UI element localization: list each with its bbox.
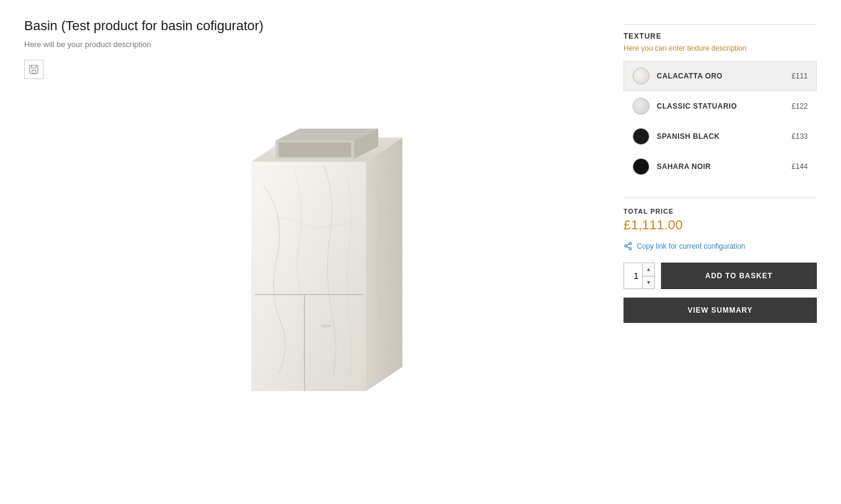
texture-name-spanish-black: SPANISH BLACK — [657, 132, 720, 141]
svg-point-12 — [629, 242, 631, 244]
texture-options-list: CALACATTA ORO £111 CLASSIC STATUARIO £12… — [624, 61, 817, 182]
texture-option-left-calacatta: CALACATTA ORO — [633, 68, 723, 85]
texture-section-label: TEXTURE — [624, 24, 817, 40]
save-button[interactable] — [24, 60, 44, 79]
quantity-down-button[interactable]: ▼ — [643, 276, 654, 289]
svg-marker-2 — [251, 162, 366, 391]
svg-rect-1 — [32, 71, 36, 74]
swatch-sahara-noir — [633, 158, 649, 175]
save-icon — [28, 64, 39, 75]
svg-point-13 — [625, 245, 627, 247]
texture-option-sahara-noir[interactable]: SAHARA NOIR £144 — [624, 152, 817, 182]
svg-point-14 — [629, 247, 631, 250]
quantity-input[interactable] — [624, 263, 643, 289]
texture-name-sahara-noir: SAHARA NOIR — [657, 162, 711, 171]
texture-option-spanish-black[interactable]: SPANISH BLACK £133 — [624, 121, 817, 152]
copy-link-button[interactable]: Copy link for current configuration — [624, 241, 817, 250]
svg-rect-11 — [321, 325, 332, 327]
texture-name-calacatta: CALACATTA ORO — [657, 72, 723, 80]
total-price-value: £1,111.00 — [624, 217, 817, 233]
product-title: Basin (Test product for basin cofigurato… — [24, 18, 599, 34]
basin-image — [215, 95, 408, 409]
left-panel: Basin (Test product for basin cofigurato… — [24, 18, 599, 418]
texture-section-desc: Here you can enter texture description — [624, 44, 817, 53]
texture-option-left-spanish-black: SPANISH BLACK — [633, 128, 720, 145]
add-to-basket-row: ▲ ▼ ADD TO BASKET — [624, 263, 817, 289]
swatch-spanish-black — [633, 128, 649, 145]
svg-rect-0 — [30, 65, 38, 74]
svg-line-15 — [627, 246, 629, 247]
texture-price-sahara-noir: £144 — [791, 162, 808, 171]
right-panel: TEXTURE Here you can enter texture descr… — [624, 18, 817, 418]
product-description: Here will be your product description — [24, 40, 599, 49]
quantity-up-button[interactable]: ▲ — [643, 263, 654, 276]
quantity-spinners: ▲ ▼ — [642, 263, 654, 289]
share-icon — [624, 241, 633, 250]
copy-link-label: Copy link for current configuration — [637, 242, 745, 250]
texture-price-statuario: £122 — [791, 102, 808, 110]
texture-option-statuario[interactable]: CLASSIC STATUARIO £122 — [624, 91, 817, 121]
description-text: Here will be your product description — [24, 40, 151, 49]
texture-option-left-statuario: CLASSIC STATUARIO — [633, 98, 737, 115]
svg-marker-8 — [279, 142, 351, 157]
view-summary-button[interactable]: VIEW SUMMARY — [624, 298, 817, 323]
svg-line-16 — [627, 244, 629, 245]
total-price-label: TOTAL PRICE — [624, 208, 817, 215]
texture-option-left-sahara-noir: SAHARA NOIR — [633, 158, 711, 175]
add-to-basket-button[interactable]: ADD TO BASKET — [661, 263, 817, 289]
divider — [624, 197, 817, 198]
swatch-calacatta — [633, 68, 649, 85]
product-image-area — [24, 86, 599, 418]
texture-price-calacatta: £111 — [791, 72, 808, 80]
texture-option-calacatta[interactable]: CALACATTA ORO £111 — [624, 61, 817, 91]
swatch-statuario — [633, 98, 649, 115]
quantity-wrap: ▲ ▼ — [624, 263, 655, 289]
texture-name-statuario: CLASSIC STATUARIO — [657, 102, 737, 110]
texture-price-spanish-black: £133 — [791, 132, 808, 141]
